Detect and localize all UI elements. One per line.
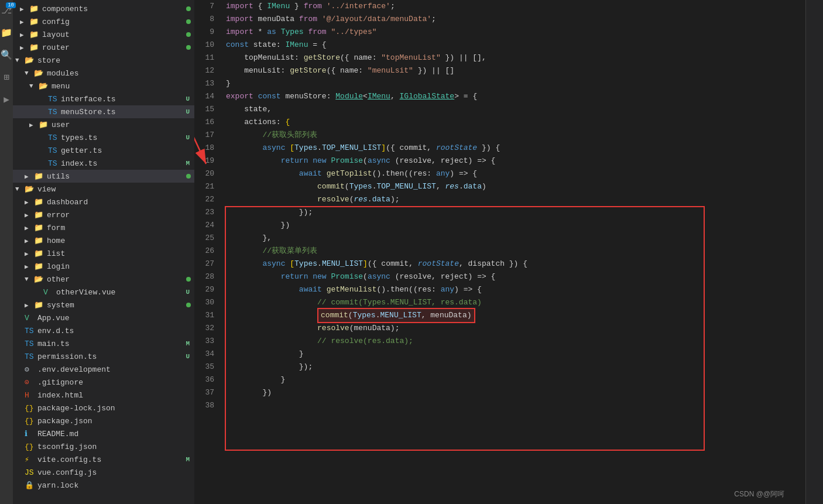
tree-item-router[interactable]: ▶ 📁 router [13, 41, 194, 54]
tree-item-app-vue[interactable]: V App.vue [13, 311, 194, 324]
modified-badge: M [186, 456, 190, 463]
tree-item-login[interactable]: ▶ 📁 login [13, 260, 194, 273]
tree-item-index-html[interactable]: H index.html [13, 389, 194, 402]
tree-item-system[interactable]: ▶ 📁 system [13, 299, 194, 311]
tree-item-other[interactable]: ▼ 📂 other [13, 273, 194, 286]
arrow-icon: ▼ [25, 276, 34, 283]
tree-item-main-ts[interactable]: TS main.ts M [13, 337, 194, 350]
arrow-icon: ▶ [25, 211, 34, 219]
folder-icon: 📁 [29, 4, 40, 13]
code-line-38 [226, 399, 805, 412]
arrow-icon: ▶ [25, 224, 34, 232]
ts-icon: TS [25, 327, 35, 335]
folder-icon: 📁 [34, 197, 44, 207]
tree-item-form[interactable]: ▶ 📁 form [13, 221, 194, 234]
tree-item-env-d-ts[interactable]: TS env.d.ts [13, 324, 194, 337]
code-line-19: return new Promise(async (resolve, rejec… [226, 155, 805, 167]
tree-item-store[interactable]: ▼ 📂 store [13, 54, 194, 67]
code-line-21: commit(Types.TOP_MENU_LIST, res.data) [226, 180, 805, 193]
tree-item-view[interactable]: ▼ 📂 view [13, 183, 194, 196]
tree-item-types-ts[interactable]: TS types.ts U [13, 131, 194, 144]
arrow-icon: ▶ [25, 263, 34, 270]
folder-icon: 📁 [39, 120, 49, 129]
tree-item-yarn-lock[interactable]: 🔒 yarn.lock [13, 479, 194, 492]
tree-item-config[interactable]: ▶ 📁 config [13, 15, 194, 28]
tree-item-env-dev[interactable]: ⚙ .env.development [13, 363, 194, 376]
status-dot [186, 6, 191, 11]
code-line-9: import * as Types from "../types" [226, 26, 805, 39]
status-dot [186, 174, 191, 179]
folder-icon: 📁 [29, 30, 40, 39]
tree-item-permission-ts[interactable]: TS permission.ts U [13, 350, 194, 363]
ts-icon: TS [48, 133, 59, 142]
watermark: CSDN @@阿呵 [734, 489, 784, 499]
modified-badge: M [186, 340, 190, 347]
folder-open-icon: 📂 [34, 68, 44, 78]
tree-item-index-ts[interactable]: TS index.ts M [13, 157, 194, 170]
code-line-14: export const menuStore: Module<IMenu, IG… [226, 90, 805, 103]
code-line-13: } [226, 77, 805, 90]
js-icon: JS [25, 468, 35, 477]
code-line-25: }, [226, 232, 805, 245]
right-panel [805, 0, 823, 504]
code-line-28: return new Promise(async (resolve, rejec… [226, 270, 805, 283]
search-icon[interactable]: 🔍 [1, 49, 12, 61]
modified-badge: U [186, 95, 190, 102]
tree-item-utils[interactable]: ▶ 📁 utils [13, 170, 194, 183]
tree-item-home[interactable]: ▶ 📁 home [13, 234, 194, 247]
tree-item-menu[interactable]: ▼ 📂 menu [13, 80, 194, 92]
ts-icon: TS [25, 340, 35, 348]
modified-badge: U [186, 134, 190, 141]
tree-item-package-json[interactable]: {} package.json [13, 414, 194, 427]
arrow-icon: ▼ [15, 57, 25, 64]
debug-icon[interactable]: ▶ [1, 94, 12, 105]
tree-item-gitignore[interactable]: ⊙ .gitignore [13, 376, 194, 389]
code-line-7: import { IMenu } from '../interface'; [226, 0, 805, 13]
tree-item-menustore-ts[interactable]: TS menuStore.ts U [13, 105, 194, 118]
status-dot [186, 32, 191, 37]
code-line-27: async [Types.MENU_LIST]({ commit, rootSt… [226, 258, 805, 270]
tree-item-components[interactable]: ▶ 📁 components [13, 2, 194, 15]
tree-item-layout[interactable]: ▶ 📁 layout [13, 28, 194, 41]
ts-icon: TS [48, 159, 59, 168]
modified-badge: U [186, 353, 190, 360]
json-icon: {} [25, 417, 35, 426]
extensions-icon[interactable]: ⊞ [1, 71, 12, 83]
tree-item-list[interactable]: ▶ 📁 list [13, 247, 194, 260]
folder-icon: 📁 [29, 17, 40, 26]
tree-item-user[interactable]: ▶ 📁 user [13, 118, 194, 131]
arrow-icon: ▼ [25, 70, 34, 77]
explorer-icon[interactable]: 📁 [1, 27, 12, 39]
folder-icon: 📁 [34, 236, 44, 245]
activity-bar: ⎇ 📁 🔍 ⊞ ▶ [0, 0, 13, 504]
folder-icon: 📁 [34, 262, 44, 271]
tree-item-vue-config[interactable]: JS vue.config.js [13, 466, 194, 479]
code-content: import { IMenu } from '../interface'; im… [224, 0, 805, 504]
arrow-icon: ▼ [15, 186, 25, 193]
tree-item-error[interactable]: ▶ 📁 error [13, 208, 194, 221]
tree-item-modules[interactable]: ▼ 📂 modules [13, 67, 194, 80]
modified-badge: M [186, 160, 190, 167]
code-line-34: } [226, 348, 805, 361]
tree-item-package-lock[interactable]: {} package-lock.json [13, 402, 194, 414]
tree-item-getter-ts[interactable]: TS getter.ts [13, 144, 194, 157]
html-icon: H [25, 391, 35, 400]
tree-item-interface-ts[interactable]: TS interface.ts U [13, 92, 194, 105]
tree-item-dashboard[interactable]: ▶ 📁 dashboard [13, 196, 194, 208]
folder-icon: 📁 [34, 300, 44, 310]
code-line-15: state, [226, 103, 805, 116]
line-numbers: 7891011 1213141516 1718192021 2223242526… [194, 0, 224, 504]
arrow-icon: ▶ [20, 31, 29, 39]
tree-item-vite-config[interactable]: ⚡ vite.config.ts M [13, 453, 194, 466]
arrow-icon: ▶ [25, 198, 34, 206]
vite-icon: ⚡ [25, 455, 35, 464]
code-line-37: }) [226, 386, 805, 399]
status-dot [186, 19, 191, 24]
tree-item-tsconfig[interactable]: {} tsconfig.json [13, 440, 194, 453]
tree-item-readme[interactable]: ℹ README.md [13, 427, 194, 440]
folder-icon: 📁 [34, 210, 44, 220]
source-control-icon[interactable]: ⎇ [1, 5, 12, 16]
tree-item-otherview-vue[interactable]: V otherView.vue U [13, 286, 194, 299]
code-line-36: } [226, 373, 805, 386]
vue-icon: V [43, 288, 54, 297]
